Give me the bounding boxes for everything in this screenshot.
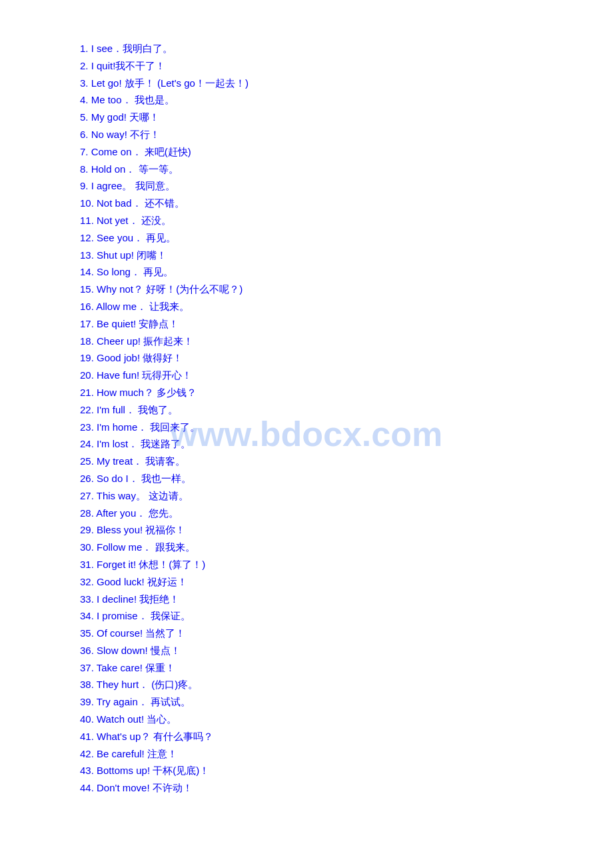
list-item: 17. Be quiet! 安静点！ <box>80 315 560 333</box>
list-item: 6. No way! 不行！ <box>80 126 560 143</box>
list-item: 4. Me too． 我也是。 <box>80 91 560 109</box>
list-item: 15. Why not？ 好呀！(为什么不呢？) <box>80 281 560 298</box>
list-item: 2. I quit!我不干了！ <box>80 57 560 75</box>
list-item: 3. Let go! 放手！ (Let's go！一起去！) <box>80 75 560 92</box>
phrase-list: 1. I see．我明白了。2. I quit!我不干了！3. Let go! … <box>80 40 560 797</box>
list-item: 23. I'm home． 我回来了。 <box>80 419 560 436</box>
list-item: 21. How much？ 多少钱？ <box>80 384 560 401</box>
list-item: 40. Watch out! 当心。 <box>80 711 560 728</box>
list-item: 36. Slow down! 慢点！ <box>80 642 560 659</box>
list-item: 13. Shut up! 闭嘴！ <box>80 247 560 264</box>
list-item: 25. My treat． 我请客。 <box>80 453 560 470</box>
list-item: 27. This way。 这边请。 <box>80 487 560 505</box>
list-item: 35. Of course! 当然了！ <box>80 625 560 642</box>
list-item: 16. Allow me． 让我来。 <box>80 298 560 315</box>
list-item: 43. Bottoms up! 干杯(见底)！ <box>80 762 560 779</box>
list-item: 32. Good luck! 祝好运！ <box>80 573 560 591</box>
list-item: 30. Follow me． 跟我来。 <box>80 539 560 556</box>
list-item: 1. I see．我明白了。 <box>80 40 560 57</box>
list-item: 34. I promise． 我保证。 <box>80 607 560 625</box>
list-item: 44. Don't move! 不许动！ <box>80 779 560 797</box>
list-item: 28. After you． 您先。 <box>80 505 560 522</box>
list-item: 33. I decline! 我拒绝！ <box>80 591 560 608</box>
list-item: 9. I agree。 我同意。 <box>80 177 560 195</box>
list-item: 20. Have fun! 玩得开心！ <box>80 367 560 384</box>
list-item: 11. Not yet． 还没。 <box>80 212 560 229</box>
list-item: 18. Cheer up! 振作起来！ <box>80 333 560 350</box>
list-item: 41. What's up？ 有什么事吗？ <box>80 728 560 745</box>
list-item: 14. So long． 再见。 <box>80 263 560 281</box>
list-item: 29. Bless you! 祝福你！ <box>80 521 560 539</box>
list-item: 10. Not bad． 还不错。 <box>80 195 560 212</box>
list-item: 38. They hurt． (伤口)疼。 <box>80 676 560 693</box>
list-item: 26. So do I． 我也一样。 <box>80 470 560 487</box>
list-item: 31. Forget it! 休想！(算了！) <box>80 556 560 573</box>
list-item: 12. See you． 再见。 <box>80 229 560 247</box>
list-item: 42. Be careful! 注意！ <box>80 745 560 763</box>
list-item: 22. I'm full． 我饱了。 <box>80 401 560 419</box>
list-item: 39. Try again． 再试试。 <box>80 693 560 711</box>
list-item: 19. Good job! 做得好！ <box>80 349 560 367</box>
list-item: 7. Come on． 来吧(赶快) <box>80 143 560 161</box>
list-item: 37. Take care! 保重！ <box>80 659 560 677</box>
list-item: 5. My god! 天哪！ <box>80 109 560 126</box>
list-item: 8. Hold on． 等一等。 <box>80 161 560 178</box>
list-item: 24. I'm lost． 我迷路了。 <box>80 435 560 453</box>
